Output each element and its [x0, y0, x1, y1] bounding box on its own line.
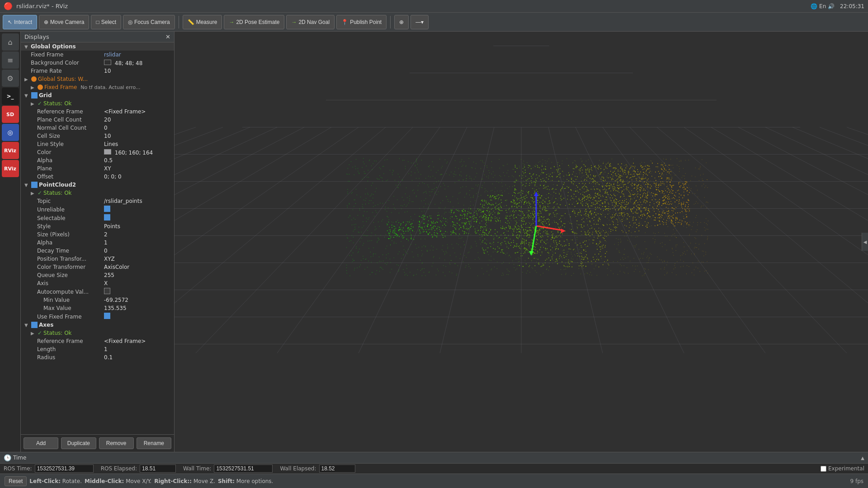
plus-icon: ⊕ — [399, 19, 404, 25]
axes-item[interactable]: Axes — [21, 321, 174, 329]
pc2-status-arrow[interactable] — [31, 191, 36, 196]
sidebar-icon-circle[interactable]: ◎ — [2, 124, 19, 141]
remove-display-button[interactable]: Remove — [99, 437, 134, 449]
viewport[interactable]: ◀ — [175, 32, 868, 452]
fixed-frame-value[interactable]: rslidar — [102, 52, 174, 58]
sidebar-icon-home[interactable]: ⌂ — [2, 33, 19, 51]
pc2-arrow[interactable] — [24, 183, 30, 188]
axes-arrow[interactable] — [24, 323, 30, 328]
axes-status-arrow[interactable] — [31, 331, 36, 336]
grid-status-arrow[interactable] — [31, 101, 36, 106]
experimental-checkbox[interactable] — [821, 466, 826, 472]
grid-offset-value[interactable]: 0; 0; 0 — [102, 174, 174, 180]
sidebar-icon-settings[interactable]: ⚙ — [2, 70, 19, 87]
grid-normal-cell-value[interactable]: 0 — [102, 125, 174, 131]
pc2-max-val-value[interactable]: 135.535 — [102, 305, 174, 311]
toolbar-separator-1 — [179, 16, 179, 28]
pointcloud2-item[interactable]: PointCloud2 — [21, 181, 174, 189]
panel-collapse-handle[interactable]: ◀ — [862, 233, 868, 251]
grid-line-style-value[interactable]: Lines — [102, 141, 174, 147]
wall-time-input[interactable] — [214, 465, 273, 473]
pc2-max-val-row: Max Value 135.535 — [21, 304, 174, 312]
publish-point-button[interactable]: 📍 Publish Point — [336, 15, 387, 29]
select-button[interactable]: □ Select — [91, 15, 121, 29]
pc2-autocompute-value[interactable] — [102, 288, 174, 296]
wall-time-group: Wall Time: — [183, 465, 273, 473]
grid-plane-row: Plane XY — [21, 164, 174, 173]
grid-arrow[interactable] — [24, 93, 30, 98]
wall-time-label: Wall Time: — [183, 465, 211, 472]
wall-elapsed-input[interactable] — [319, 465, 355, 473]
3d-view-canvas[interactable] — [175, 32, 868, 452]
pose-estimate-button[interactable]: → 2D Pose Estimate — [224, 15, 284, 29]
rename-display-button[interactable]: Rename — [137, 437, 171, 449]
pc2-use-fixed-frame-value[interactable] — [102, 313, 174, 320]
ros-elapsed-input[interactable] — [140, 465, 176, 473]
ros-time-group: ROS Time: — [4, 465, 94, 473]
sidebar-icon-terminal[interactable]: >_ — [2, 88, 19, 105]
grid-plane-cell-value[interactable]: 20 — [102, 117, 174, 123]
sidebar-icon-rviz1[interactable]: RViz — [2, 142, 19, 159]
pc2-style-value[interactable]: Points — [102, 223, 174, 230]
global-options-item[interactable]: Global Options — [21, 42, 174, 51]
global-status-ff-arrow[interactable] — [31, 85, 36, 90]
pc2-autocompute-checkbox[interactable] — [104, 288, 110, 294]
pc2-pos-trans-value[interactable]: XYZ — [102, 256, 174, 262]
pc2-unreliable-checkbox[interactable] — [104, 206, 110, 212]
pc2-use-fixed-frame-checkbox[interactable] — [104, 313, 110, 319]
global-status-item[interactable]: Global Status: W... — [21, 75, 174, 83]
measure-button[interactable]: 📏 Measure — [183, 15, 222, 29]
statusbar: Reset Left-Click: Rotate. Middle-Click: … — [0, 474, 868, 488]
grid-alpha-value[interactable]: 0.5 — [102, 157, 174, 164]
grid-cell-size-label: Cell Size — [21, 133, 102, 139]
time-panel-header: 🕒 Time ▲ — [0, 452, 868, 464]
grid-cell-size-value[interactable]: 10 — [102, 133, 174, 139]
extra-button-1[interactable]: ⊕ — [394, 15, 409, 29]
sidebar-icon-sd[interactable]: SD — [2, 106, 19, 123]
time-panel-expand[interactable]: ▲ — [861, 455, 864, 460]
pc2-selectable-checkbox[interactable] — [104, 214, 110, 221]
frame-rate-label: Frame Rate — [21, 68, 102, 74]
grid-plane-value[interactable]: XY — [102, 165, 174, 172]
sidebar-icon-layers[interactable]: ≡ — [2, 52, 19, 69]
axes-length-row: Length 1 — [21, 345, 174, 353]
displays-close-button[interactable]: ✕ — [165, 33, 170, 40]
duplicate-display-button[interactable]: Duplicate — [61, 437, 96, 449]
axes-radius-value[interactable]: 0.1 — [102, 354, 174, 361]
ros-time-input[interactable] — [35, 465, 94, 473]
pc2-enabled-checkbox[interactable] — [31, 182, 38, 188]
pc2-axis-value[interactable]: X — [102, 280, 174, 286]
pc2-color-trans-value[interactable]: AxisColor — [102, 264, 174, 270]
sidebar-icon-rviz2[interactable]: RViz — [2, 160, 19, 177]
pc2-topic-value[interactable]: /rslidar_points — [102, 198, 174, 204]
axes-enabled-checkbox[interactable] — [31, 322, 38, 328]
global-options-arrow[interactable] — [24, 44, 30, 49]
pc2-alpha-value[interactable]: 1 — [102, 239, 174, 246]
focus-camera-button[interactable]: ◎ Focus Camera — [123, 15, 175, 29]
grid-item[interactable]: Grid — [21, 91, 174, 99]
pc2-decay-time-value[interactable]: 0 — [102, 248, 174, 254]
grid-line-style-label: Line Style — [21, 141, 102, 147]
pc2-status-ok-item: ✓ Status: Ok — [21, 189, 174, 197]
right-click-key: Right-Click:: — [154, 478, 192, 484]
pc2-selectable-value[interactable] — [102, 214, 174, 222]
global-status-fixed-frame-item[interactable]: Fixed Frame No tf data. Actual erro... — [21, 83, 174, 91]
axes-length-value[interactable]: 1 — [102, 346, 174, 352]
left-click-key: Left-Click: — [29, 478, 61, 484]
pc2-queue-size-value[interactable]: 255 — [102, 272, 174, 278]
grid-enabled-checkbox[interactable] — [31, 92, 38, 99]
nav-goal-button[interactable]: → 2D Nav Goal — [286, 15, 335, 29]
add-display-button[interactable]: Add — [24, 437, 58, 449]
global-status-arrow[interactable] — [24, 77, 30, 82]
extra-button-2[interactable]: —▾ — [410, 15, 429, 29]
axes-ref-frame-value[interactable]: <Fixed Frame> — [102, 338, 174, 344]
reset-button[interactable]: Reset — [5, 476, 27, 486]
pc2-unreliable-value[interactable] — [102, 206, 174, 213]
pc2-size-value[interactable]: 2 — [102, 231, 174, 238]
grid-ref-frame-value[interactable]: <Fixed Frame> — [102, 108, 174, 115]
move-camera-button[interactable]: ⊕ Move Camera — [39, 15, 89, 29]
frame-rate-value[interactable]: 10 — [102, 68, 174, 74]
interact-button[interactable]: ↖ Interact — [3, 15, 37, 29]
pc2-min-val-value[interactable]: -69.2572 — [102, 297, 174, 303]
pc2-pos-trans-label: Position Transfor... — [21, 256, 102, 262]
